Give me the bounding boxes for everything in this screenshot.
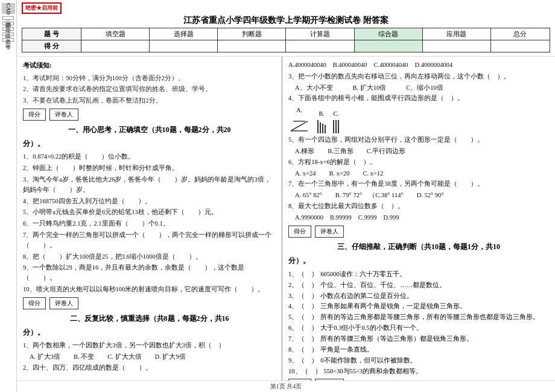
q1-6: 6、一只蜂鸟约重2.1克，2.1里面有（ ）个0.1。 xyxy=(23,219,276,229)
judge-10: 10、（ ）550÷30与55÷3的商和余数都相等。 xyxy=(288,366,549,377)
geo-options: A. B. xyxy=(288,106,549,133)
rq-3-opts: A、大小不变 B. 扩大10倍 C、缩小10倍 xyxy=(288,83,549,93)
rq-7: 7、在一个三角形中，有一个角是38度，另两个角可能是（ ）。 xyxy=(288,179,549,189)
strip-item-1: 绝密（测试） xyxy=(2,16,14,20)
reviewer-box-2: 评卷人 xyxy=(49,297,78,309)
two-col: 考试须知: 1、考试时间：90分钟，满分为100分（含卷面分2分）。 2、请首先… xyxy=(17,57,555,381)
reviewer-box-3: 评卷人 xyxy=(315,226,344,238)
q2-2: 2、四十、四万、四亿组成的数是（ ）。 xyxy=(23,363,276,373)
q2-1: 1、两个数相乘，一个因数扩大3倍，另一个因数也扩大3倍，积（ ） xyxy=(23,341,276,351)
section1-cont: 分）。 xyxy=(23,138,276,150)
section2-cont: 分）。 xyxy=(23,327,276,338)
judge-1: 1、（ ）605000读作：六十万零五千。 xyxy=(288,269,549,280)
vert-lines-b xyxy=(317,120,326,133)
q1-4: 4、把168750四舍五入到万位约是（ ）。 xyxy=(23,197,276,207)
vline-3 xyxy=(322,124,323,133)
section3-header: 三、仔细推敲，正确判断（共10题，每题1分，共10 xyxy=(288,241,549,253)
exam-notes-title: 考试须知: xyxy=(23,60,276,71)
q1-9: 9、一个数除以29，商是16，并且有最大的余数，余数是（ ），这个数是（ ）。 xyxy=(23,263,276,283)
score-box-2: 得分 xyxy=(23,297,46,309)
q1-10: 10、喷火坦克的火炮可以以每秒100米的射速喷向目标，它的速度可写作（ ）。 xyxy=(23,285,276,295)
score-fill-val xyxy=(81,40,150,52)
cline-3 xyxy=(338,120,339,133)
vert-lines-c xyxy=(333,120,339,133)
stamp-area: 绝密★启用前 xyxy=(22,2,550,14)
geo-opt-a: A. xyxy=(288,106,310,133)
rq-8-opts: A.9990000 B.99999 C.9999 D.999 xyxy=(288,213,549,223)
note-2: 2、请首先按要求在试卷的指定位置填写你的姓名、班级、学号。 xyxy=(23,84,276,95)
top-header: 绝密★启用前 江苏省重点小学四年级数学上学期开学检测试卷 附答案 题 号 填空题… xyxy=(17,0,555,57)
strip-item-class: 班级 xyxy=(2,27,14,31)
score-col-calc: 计算题 xyxy=(286,28,354,40)
score-judge-val xyxy=(218,40,286,52)
score-col-fill: 填空题 xyxy=(81,28,150,40)
score-calc-val xyxy=(286,40,354,52)
strip-item-id: 学号 xyxy=(2,38,14,42)
score-col-judge: 判断题 xyxy=(218,28,286,40)
judge-3: 3、（ ）小数点右边的第二位是百分位。 xyxy=(288,291,549,302)
rq-5: 5、有一个四边形，两组对边分别平行，这个图形一定是（ ）。 xyxy=(288,135,549,145)
reviewer-box-1: 评卷人 xyxy=(49,109,78,121)
score-label-ti: 题 号 xyxy=(22,28,81,40)
judge-5: 5、（ ）所有的等边三角形都是等腰三角形，所有的等腰三角形也都是等边三角形。 xyxy=(288,312,549,323)
geo-opt-c: C. xyxy=(333,109,339,133)
judge-list: 1、（ ）605000读作：六十万零五千。 2、（ ）个位、十位、百位、千位、…… xyxy=(288,269,549,376)
section2-header: 二、反复比较，慎重选择（共8题，每题2分，共16 xyxy=(23,313,276,324)
score-row-label: 得 分 xyxy=(22,40,81,52)
section3-cont: 分）。 xyxy=(288,255,549,267)
q1-8: 8、把（ ）扩大100倍是25，把3.6缩小1000倍是（ ）。 xyxy=(23,252,276,262)
score-row-1: 得分 评卷人 xyxy=(23,109,276,121)
svg-line-0 xyxy=(291,121,308,131)
score-app-val xyxy=(422,40,490,52)
judge-7: 7、（ ）所有的等腰三角形（等边三角形）都是锐角三角形。 xyxy=(288,334,549,344)
rq-5-opts: A.梯形 B.三角形 C.平行四边形 xyxy=(288,147,549,157)
rq-3: 3、把一个小数的数点先向右移动三位，再向左移动两位，这个小数（ ）。 xyxy=(288,72,549,82)
score-col-app: 应用题 xyxy=(422,28,490,40)
score-table: 题 号 填空题 选择题 判断题 计算题 综合题 应用题 总分 得 分 xyxy=(22,28,550,52)
strip-item-name: 姓名 xyxy=(2,33,14,36)
judge-4: 4、（ ）三角形如果有两个角是锐角，一定是锐角三角形。 xyxy=(288,301,549,312)
rq-6-opts: A. x=24 B. x=20 C. x=12 xyxy=(288,169,549,179)
left-strip: CAD 绝密（测试） 学校 班级 姓名 学号 xyxy=(0,0,17,392)
geo-opt-b: B. xyxy=(317,109,326,133)
stamp-box: 绝密★启用前 xyxy=(22,2,62,14)
rq-8: 8、最大七位数比最大四位数多（ ）。 xyxy=(288,201,549,212)
score-col-total: 总分 xyxy=(490,28,550,40)
judge-9: 9、（ ）0不能作除数，但可以作被除数。 xyxy=(288,355,549,366)
main-content: 绝密★启用前 江苏省重点小学四年级数学上学期开学检测试卷 附答案 题 号 填空题… xyxy=(17,0,555,392)
score-box-1: 得分 xyxy=(23,109,46,121)
score-col-comp: 综合题 xyxy=(354,28,422,40)
strip-item-school: 学校 xyxy=(2,22,14,25)
q1-7: 7、两个完全一样的三角形可以拼成一个（ ），两个完全一样的梯形可以拼成一个（ ）… xyxy=(23,230,276,251)
note-3: 3、不要在试卷上乱写乱画，卷面不整洁扣2分。 xyxy=(23,96,276,106)
cad-label: CAD xyxy=(2,3,15,14)
judge-8: 8、（ ）平角是一条直线。 xyxy=(288,344,549,355)
q1-2: 2、钟面上（ ）时整的时候，时针和分针成平角。 xyxy=(23,163,276,174)
cline-1 xyxy=(333,120,334,133)
score-choice-val xyxy=(150,40,218,52)
score-row-2: 得分 评卷人 xyxy=(23,297,276,309)
score-box-3: 得分 xyxy=(288,226,311,238)
score-comp-val xyxy=(354,40,422,52)
page-container: CAD 绝密（测试） 学校 班级 姓名 学号 绝密★启用前 江苏省重点小学四年级… xyxy=(0,0,555,392)
rq-4: 4、下面各组中的根号小根，能围成平行四边形的是（ ）。 xyxy=(288,93,549,104)
judge-2: 2、（ ）个位、十位、百位、千位、……都是数位。 xyxy=(288,280,549,291)
vline-1 xyxy=(317,120,319,133)
note-1: 1、考试时间：90分钟，满分为100分（含卷面分2分）。 xyxy=(23,74,276,84)
q1-5: 5、小明带a元钱去买单价是6元的铅笔13枝，他还剩下（ ）元。 xyxy=(23,207,276,218)
geo-svg-a xyxy=(288,116,310,133)
q2-1-opts: A. 扩大3倍 B. 不变 C. 扩大大倍 D. 扩大9倍 xyxy=(23,352,276,362)
cline-2 xyxy=(335,120,337,133)
score-row-3: 得分 评卷人 xyxy=(288,226,549,238)
score-col-choice: 选择题 xyxy=(150,28,218,40)
right-col: A.4000040040 B.400040040 C.400004040 D.4… xyxy=(282,57,555,381)
q1-3: 3、淘气今年a岁，爸爸比他大26岁，爸爸今年（ ）岁。妈妈的年龄是淘气的3倍，妈… xyxy=(23,175,276,195)
vline-2 xyxy=(320,122,321,133)
vline-4 xyxy=(325,125,326,133)
q1-1: 1、0.874×0.22的积是（ ）位小数。 xyxy=(23,152,276,162)
score-total-val xyxy=(490,40,550,52)
judge-6: 6、（ ）大于0.3但小于0.5的小数只有一个。 xyxy=(288,323,549,334)
page-num: 第1页 共4页 xyxy=(17,381,555,392)
exam-title: 江苏省重点小学四年级数学上学期开学检测试卷 附答案 xyxy=(22,15,550,26)
rq-6: 6、方程18-x=6的解是（ ）。 xyxy=(288,157,549,168)
